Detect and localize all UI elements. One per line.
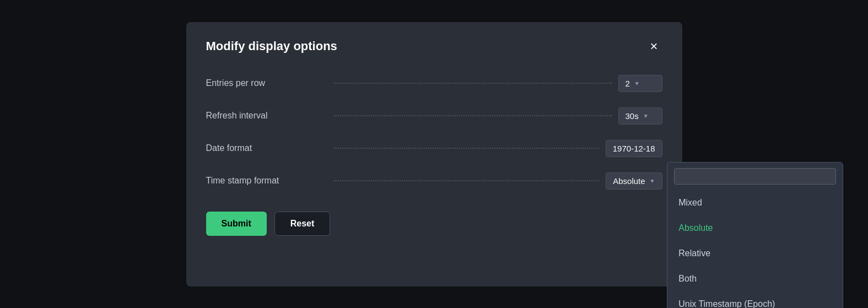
close-button[interactable]: × — [645, 37, 662, 55]
timestamp-format-label: Time stamp format — [206, 176, 327, 186]
entries-per-row-value: 2 — [626, 79, 630, 88]
chevron-down-icon: ▼ — [643, 113, 649, 119]
dropdown-option-mixed[interactable]: Mixed — [667, 190, 843, 215]
dropdown-search-container — [667, 163, 843, 190]
submit-button[interactable]: Submit — [206, 212, 267, 236]
chevron-down-icon: ▼ — [650, 178, 655, 184]
entries-per-row-row: Entries per row 2 ▼ — [206, 75, 662, 92]
dropdown-option-unix-timestamp[interactable]: Unix Timestamp (Epoch) — [667, 291, 843, 309]
dropdown-option-both[interactable]: Both — [667, 266, 843, 291]
chevron-down-icon: ▼ — [634, 80, 640, 87]
refresh-interval-value: 30s — [626, 111, 639, 121]
timestamp-format-row: Time stamp format Absolute ▼ Mixed Absol… — [206, 172, 662, 190]
modal-dialog: Modify display options × Entries per row… — [186, 22, 682, 287]
dropdown-option-relative[interactable]: Relative — [667, 241, 843, 266]
dotted-divider — [334, 180, 600, 181]
dotted-divider — [334, 83, 612, 84]
reset-button[interactable]: Reset — [274, 212, 331, 236]
date-format-value: 1970-12-18 — [606, 140, 662, 157]
dotted-divider — [334, 148, 599, 149]
refresh-interval-select[interactable]: 30s ▼ — [618, 107, 662, 125]
dropdown-search-input[interactable] — [674, 168, 836, 185]
timestamp-format-value: Absolute — [613, 176, 645, 186]
dropdown-option-absolute[interactable]: Absolute — [667, 215, 843, 241]
date-format-label: Date format — [206, 143, 327, 153]
date-format-row: Date format 1970-12-18 — [206, 140, 662, 157]
timestamp-dropdown-menu: Mixed Absolute Relative Both Unix Timest… — [667, 162, 843, 309]
refresh-interval-label: Refresh interval — [206, 111, 327, 121]
refresh-interval-row: Refresh interval 30s ▼ — [206, 107, 662, 125]
modal-header: Modify display options × — [206, 37, 662, 55]
modal-title: Modify display options — [206, 39, 337, 53]
entries-per-row-select[interactable]: 2 ▼ — [618, 75, 662, 92]
entries-per-row-label: Entries per row — [206, 78, 327, 88]
timestamp-format-select[interactable]: Absolute ▼ Mixed Absolute Relative — [606, 172, 662, 190]
dotted-divider — [334, 115, 612, 116]
footer-buttons: Submit Reset — [206, 212, 662, 236]
modal-overlay: Modify display options × Entries per row… — [0, 0, 868, 308]
